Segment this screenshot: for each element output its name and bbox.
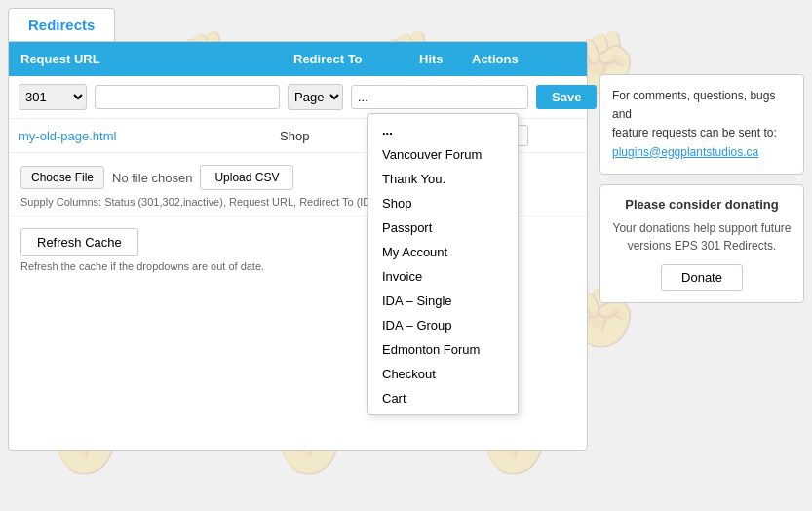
status-select[interactable]: 301 302 inactive: [19, 84, 87, 110]
dropdown-item-passport[interactable]: Passport: [368, 216, 518, 240]
redirect-value-input[interactable]: [351, 85, 528, 109]
tab-bar: Redirects: [8, 8, 588, 41]
dropdown-item-cart[interactable]: Cart: [368, 386, 518, 411]
th-redirect-to: Redirect To: [282, 42, 411, 76]
right-panel: For comments, questions, bugs and featur…: [599, 8, 804, 451]
choose-file-button[interactable]: Choose File: [20, 166, 104, 189]
donate-box: Please consider donating Your donations …: [599, 184, 804, 303]
data-request-url: my-old-page.html: [19, 129, 272, 143]
save-button[interactable]: Save: [536, 85, 597, 109]
info-box: For comments, questions, bugs and featur…: [599, 74, 804, 175]
dropdown-item-invoice[interactable]: Invoice: [368, 264, 518, 289]
dropdown-item-checkout[interactable]: Checkout: [368, 362, 518, 386]
redirect-type-select[interactable]: Page URL: [288, 84, 343, 110]
redirects-tab[interactable]: Redirects: [8, 8, 115, 41]
dropdown-item-ida-group[interactable]: IDA – Group: [368, 313, 518, 337]
dropdown-item-ellipsis[interactable]: ...: [368, 118, 518, 142]
no-file-text: No file chosen: [112, 171, 192, 185]
info-text-2: feature requests can be sent to:: [612, 126, 777, 139]
info-email-link[interactable]: plugins@eggplantstudios.ca: [612, 145, 758, 159]
th-request-url: Request URL: [9, 42, 282, 76]
main-container: Redirects Request URL Redirect To Hits A…: [0, 0, 812, 458]
dropdown-item-vancouver-forum[interactable]: Vancouver Forum: [368, 142, 518, 167]
dropdown-item-shop[interactable]: Shop: [368, 191, 518, 216]
dropdown-item-my-account[interactable]: My Account: [368, 240, 518, 264]
left-panel: Redirects Request URL Redirect To Hits A…: [8, 8, 588, 451]
dropdown-item-edmonton-forum[interactable]: Edmonton Forum: [368, 337, 518, 362]
donate-button[interactable]: Donate: [661, 264, 743, 291]
donate-title: Please consider donating: [612, 197, 792, 212]
donate-text: Your donations help support future versi…: [612, 219, 792, 255]
dropdown-item-thank-you[interactable]: Thank You.: [368, 167, 518, 191]
info-text-1: For comments, questions, bugs and: [612, 89, 775, 121]
th-hits: Hits: [411, 42, 460, 76]
dropdown-item-ida-single[interactable]: IDA – Single: [368, 289, 518, 313]
redirect-dropdown: ... Vancouver Forum Thank You. Shop Pass…: [367, 113, 519, 415]
refresh-cache-button[interactable]: Refresh Cache: [20, 228, 138, 256]
upload-csv-button[interactable]: Upload CSV: [200, 165, 293, 190]
content-box: Request URL Redirect To Hits Actions 301…: [8, 41, 588, 451]
th-actions: Actions: [460, 42, 587, 76]
add-row: 301 302 inactive Page URL ... Vancouver …: [9, 76, 587, 119]
request-url-input[interactable]: [95, 85, 280, 109]
table-header: Request URL Redirect To Hits Actions: [9, 42, 587, 76]
